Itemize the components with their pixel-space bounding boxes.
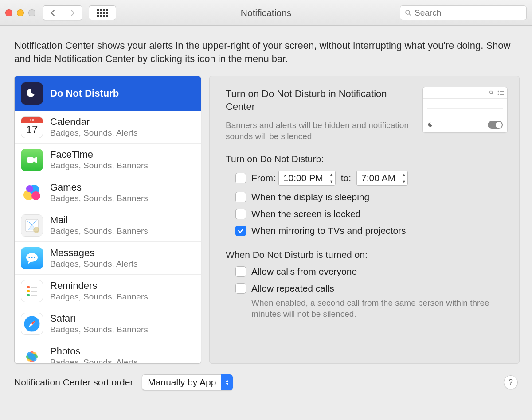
opt-mirroring-row: When mirroring to TVs and projectors xyxy=(226,226,507,236)
opt-screen-locked-row: When the screen is locked xyxy=(226,209,507,219)
to-time-field[interactable]: 7:00 AM ▲▼ xyxy=(356,171,408,186)
list-icon xyxy=(497,90,504,95)
sidebar-item-sub: Badges, Sounds, Alerts xyxy=(50,259,138,269)
svg-point-25 xyxy=(489,91,492,94)
detail-heading-desc: Banners and alerts will be hidden and no… xyxy=(226,120,416,142)
games-icon xyxy=(21,182,43,204)
sort-order-select[interactable]: Manually by App ▲▼ xyxy=(142,374,233,390)
opt-mirroring-label: When mirroring to TVs and projectors xyxy=(251,226,406,236)
svg-point-11 xyxy=(31,257,32,258)
checkbox-display-sleeping[interactable] xyxy=(235,192,246,202)
to-time-value[interactable]: 7:00 AM xyxy=(356,171,400,186)
sidebar-item-sub: Badges, Sounds, Banners xyxy=(50,292,148,302)
sidebar-item-sub: Badges, Sounds, Banners xyxy=(50,161,148,171)
sidebar-item-sub: Badges, Sounds, Banners xyxy=(50,194,148,203)
opt-schedule-row: From: 10:00 PM ▲▼ to: 7:00 AM ▲▼ xyxy=(226,171,507,186)
sidebar-item-label: Do Not Disturb xyxy=(50,88,119,99)
photos-icon xyxy=(21,346,43,364)
reminders-icon xyxy=(21,280,43,302)
sidebar-item-label: Safari xyxy=(50,313,148,324)
close-window-button[interactable] xyxy=(5,9,12,16)
opt-allow-repeated-label: Allow repeated calls xyxy=(251,283,334,294)
titlebar: Notifications xyxy=(0,0,532,26)
footer: Notification Center sort order: Manually… xyxy=(0,364,532,390)
to-time-stepper[interactable]: ▲▼ xyxy=(400,171,408,186)
svg-rect-30 xyxy=(500,93,504,93)
sort-order-label: Notification Center sort order: xyxy=(14,377,136,388)
section-turn-on: Turn on Do Not Disturb: xyxy=(226,154,507,164)
minimize-window-button[interactable] xyxy=(17,9,24,16)
sidebar-item-safari[interactable]: Safari Badges, Sounds, Banners xyxy=(15,307,201,340)
search-input[interactable] xyxy=(415,8,522,18)
section-when-on: When Do Not Disturb is turned on: xyxy=(226,249,507,260)
sidebar-item-label: Reminders xyxy=(50,280,148,291)
sidebar-item-games[interactable]: Games Badges, Sounds, Banners xyxy=(15,176,201,209)
sidebar-item-photos[interactable]: Photos Badges, Sounds, Alerts xyxy=(15,340,201,364)
sort-order-value: Manually by App xyxy=(142,374,221,390)
checkbox-schedule[interactable] xyxy=(235,173,246,183)
safari-icon xyxy=(21,313,43,335)
nav-back-forward xyxy=(43,5,82,20)
opt-display-sleeping-row: When the display is sleeping xyxy=(226,192,507,202)
svg-point-5 xyxy=(31,191,40,200)
sidebar-item-label: FaceTime xyxy=(50,149,148,160)
svg-rect-32 xyxy=(500,94,504,95)
sidebar-item-reminders[interactable]: Reminders Badges, Sounds, Banners xyxy=(15,275,201,307)
opt-allow-repeated-row: Allow repeated calls xyxy=(226,283,507,294)
search-field[interactable] xyxy=(400,5,527,20)
from-label: From: xyxy=(251,173,276,183)
svg-point-8 xyxy=(33,227,39,233)
svg-rect-28 xyxy=(500,91,504,92)
moon-icon xyxy=(427,121,434,128)
checkbox-allow-everyone[interactable] xyxy=(235,266,246,277)
svg-point-0 xyxy=(406,10,410,14)
svg-point-12 xyxy=(34,257,35,258)
show-all-prefs-button[interactable] xyxy=(89,5,116,20)
detail-heading: Turn on Do Not Disturb in Notification C… xyxy=(226,88,416,113)
opt-screen-locked-label: When the screen is locked xyxy=(251,209,360,219)
sidebar-item-label: Games xyxy=(50,182,148,193)
grid-icon xyxy=(97,9,108,17)
svg-point-31 xyxy=(498,94,499,95)
from-time-value[interactable]: 10:00 PM xyxy=(278,171,328,186)
svg-point-13 xyxy=(27,286,30,288)
sidebar-item-sub: Badges, Sounds, Banners xyxy=(50,226,148,236)
svg-point-14 xyxy=(27,290,30,292)
to-label: to: xyxy=(341,173,351,183)
opt-display-sleeping-label: When the display is sleeping xyxy=(251,192,369,202)
calendar-icon: JUL 17 xyxy=(21,116,43,138)
facetime-icon xyxy=(21,149,43,171)
checkbox-mirroring[interactable] xyxy=(235,226,246,236)
sidebar-item-calendar[interactable]: JUL 17 Calendar Badges, Sounds, Alerts xyxy=(15,111,201,144)
from-time-stepper[interactable]: ▲▼ xyxy=(328,171,336,186)
svg-rect-2 xyxy=(27,157,34,163)
checkbox-allow-repeated[interactable] xyxy=(235,283,246,294)
svg-point-15 xyxy=(27,294,30,296)
opt-allow-everyone-label: Allow calls from everyone xyxy=(251,266,357,277)
zoom-window-button xyxy=(28,9,35,16)
from-time-field[interactable]: 10:00 PM ▲▼ xyxy=(278,171,336,186)
sidebar-item-label: Calendar xyxy=(50,117,138,127)
intro-text: Notification Center shows your alerts in… xyxy=(0,26,532,70)
sidebar-item-sub: Badges, Sounds, Alerts xyxy=(50,358,138,364)
sidebar-item-messages[interactable]: Messages Badges, Sounds, Alerts xyxy=(15,242,201,275)
svg-point-29 xyxy=(498,93,499,94)
svg-point-6 xyxy=(26,185,33,192)
checkbox-screen-locked[interactable] xyxy=(235,209,246,219)
repeated-hint: When enabled, a second call from the sam… xyxy=(226,294,492,320)
help-button[interactable]: ? xyxy=(504,375,518,389)
mail-icon xyxy=(21,214,43,237)
svg-line-1 xyxy=(409,14,411,16)
app-list[interactable]: Do Not Disturb JUL 17 Calendar Badges, S… xyxy=(14,76,201,364)
sidebar-item-do-not-disturb[interactable]: Do Not Disturb xyxy=(15,76,201,111)
back-button[interactable] xyxy=(43,6,63,20)
sidebar-item-facetime[interactable]: FaceTime Badges, Sounds, Banners xyxy=(15,144,201,176)
sidebar-item-mail[interactable]: Mail Badges, Sounds, Banners xyxy=(15,209,201,242)
sidebar-item-label: Photos xyxy=(50,346,138,357)
sidebar-item-label: Mail xyxy=(50,215,148,226)
detail-pane: Turn on Do Not Disturb in Notification C… xyxy=(209,76,520,364)
switch-icon xyxy=(488,121,503,129)
svg-point-10 xyxy=(28,257,30,258)
window-controls xyxy=(5,9,35,16)
forward-button[interactable] xyxy=(63,6,82,20)
